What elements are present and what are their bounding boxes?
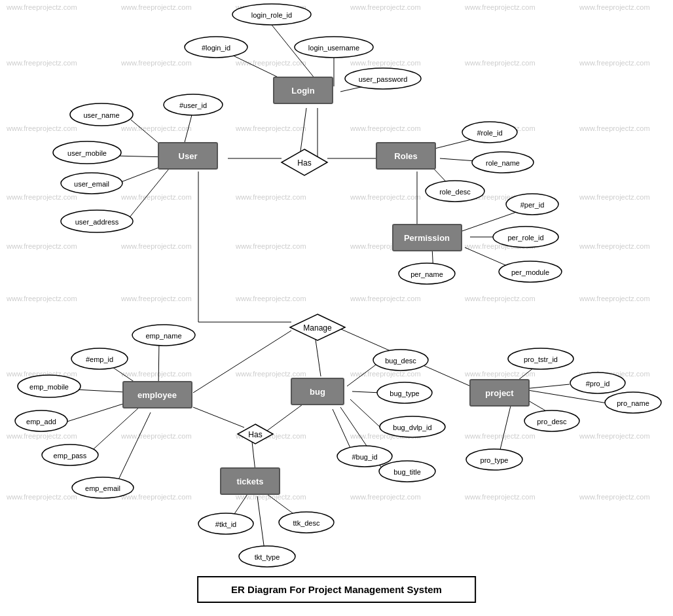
svg-text:tickets: tickets [236, 477, 263, 486]
svg-text:www.freeprojectz.com: www.freeprojectz.com [120, 242, 192, 250]
svg-text:emp_pass: emp_pass [54, 452, 87, 460]
svg-text:#per_id: #per_id [520, 201, 545, 209]
svg-text:www.freeprojectz.com: www.freeprojectz.com [6, 432, 77, 440]
svg-text:www.freeprojectz.com: www.freeprojectz.com [350, 193, 421, 201]
svg-text:www.freeprojectz.com: www.freeprojectz.com [579, 493, 650, 501]
svg-text:www.freeprojectz.com: www.freeprojectz.com [350, 3, 421, 11]
svg-text:www.freeprojectz.com: www.freeprojectz.com [579, 193, 650, 201]
svg-text:www.freeprojectz.com: www.freeprojectz.com [579, 59, 650, 67]
svg-text:bug_type: bug_type [390, 390, 419, 397]
svg-text:user_name: user_name [83, 111, 119, 119]
svg-text:employee: employee [137, 390, 177, 400]
svg-text:www.freeprojectz.com: www.freeprojectz.com [6, 193, 77, 201]
svg-text:#user_id: #user_id [179, 101, 207, 109]
svg-text:www.freeprojectz.com: www.freeprojectz.com [6, 3, 77, 11]
svg-text:www.freeprojectz.com: www.freeprojectz.com [120, 193, 192, 201]
svg-text:pro_desc: pro_desc [537, 418, 567, 426]
svg-text:www.freeprojectz.com: www.freeprojectz.com [6, 124, 77, 132]
svg-text:www.freeprojectz.com: www.freeprojectz.com [579, 3, 650, 11]
svg-text:role_desc: role_desc [439, 188, 471, 196]
svg-text:www.freeprojectz.com: www.freeprojectz.com [6, 59, 77, 67]
svg-text:www.freeprojectz.com: www.freeprojectz.com [120, 59, 192, 67]
svg-text:Roles: Roles [394, 151, 417, 161]
svg-text:www.freeprojectz.com: www.freeprojectz.com [464, 432, 536, 440]
svg-text:www.freeprojectz.com: www.freeprojectz.com [235, 242, 306, 250]
svg-text:#bug_id: #bug_id [352, 453, 377, 461]
svg-text:www.freeprojectz.com: www.freeprojectz.com [464, 59, 536, 67]
svg-text:per_role_id: per_role_id [507, 234, 543, 242]
svg-text:user_password: user_password [359, 75, 408, 83]
svg-text:emp_email: emp_email [85, 484, 120, 492]
svg-text:www.freeprojectz.com: www.freeprojectz.com [120, 124, 192, 132]
svg-text:www.freeprojectz.com: www.freeprojectz.com [235, 193, 306, 201]
diagram-title: ER Diagram For Project Management System [197, 576, 476, 603]
svg-line-77 [193, 331, 291, 393]
svg-text:www.freeprojectz.com: www.freeprojectz.com [464, 3, 536, 11]
svg-line-95 [499, 406, 511, 455]
svg-text:login_role_id: login_role_id [251, 11, 292, 19]
svg-text:user_mobile: user_mobile [67, 149, 107, 157]
svg-text:www.freeprojectz.com: www.freeprojectz.com [350, 493, 421, 501]
svg-text:#role_id: #role_id [477, 129, 502, 137]
svg-text:www.freeprojectz.com: www.freeprojectz.com [464, 370, 536, 378]
svg-text:www.freeprojectz.com: www.freeprojectz.com [6, 295, 77, 302]
svg-line-97 [265, 405, 302, 432]
svg-text:www.freeprojectz.com: www.freeprojectz.com [579, 242, 650, 250]
svg-text:www.freeprojectz.com: www.freeprojectz.com [579, 124, 650, 132]
svg-text:tkt_type: tkt_type [255, 553, 280, 561]
svg-text:www.freeprojectz.com: www.freeprojectz.com [120, 3, 192, 11]
svg-text:pro_name: pro_name [617, 399, 649, 407]
er-diagram: www.freeprojectz.com www.freeprojectz.co… [0, 0, 673, 570]
title-text: ER Diagram For Project Management System [231, 584, 442, 595]
svg-text:Login: Login [291, 86, 314, 96]
svg-text:www.freeprojectz.com: www.freeprojectz.com [120, 432, 192, 440]
svg-text:login_username: login_username [308, 44, 359, 52]
svg-text:www.freeprojectz.com: www.freeprojectz.com [464, 493, 536, 501]
svg-text:#login_id: #login_id [202, 44, 230, 52]
svg-line-98 [252, 442, 255, 471]
svg-text:per_module: per_module [511, 268, 549, 276]
svg-text:User: User [179, 151, 198, 161]
svg-text:bug: bug [310, 387, 325, 397]
svg-text:pro_type: pro_type [481, 456, 509, 464]
svg-text:pro_tstr_id: pro_tstr_id [524, 355, 558, 363]
svg-text:Manage: Manage [303, 323, 332, 333]
svg-line-85 [115, 412, 151, 488]
svg-text:www.freeprojectz.com: www.freeprojectz.com [350, 295, 421, 302]
svg-text:user_email: user_email [74, 180, 109, 188]
svg-text:bug_desc: bug_desc [385, 357, 416, 365]
svg-text:www.freeprojectz.com: www.freeprojectz.com [235, 370, 306, 378]
svg-text:www.freeprojectz.com: www.freeprojectz.com [350, 59, 421, 67]
svg-line-96 [193, 407, 244, 427]
svg-text:project: project [485, 388, 514, 398]
svg-text:www.freeprojectz.com: www.freeprojectz.com [350, 124, 421, 132]
svg-text:www.freeprojectz.com: www.freeprojectz.com [235, 59, 306, 67]
svg-text:www.freeprojectz.com: www.freeprojectz.com [120, 370, 192, 378]
svg-text:www.freeprojectz.com: www.freeprojectz.com [6, 493, 77, 501]
svg-text:bug_dvlp_id: bug_dvlp_id [393, 424, 431, 431]
svg-text:www.freeprojectz.com: www.freeprojectz.com [235, 295, 306, 302]
svg-text:#pro_id: #pro_id [586, 380, 610, 388]
svg-text:role_name: role_name [486, 159, 520, 167]
svg-line-88 [350, 399, 380, 427]
svg-text:www.freeprojectz.com: www.freeprojectz.com [6, 242, 77, 250]
svg-text:emp_mobile: emp_mobile [29, 383, 69, 391]
svg-text:ttk_desc: ttk_desc [293, 519, 320, 527]
svg-text:emp_add: emp_add [26, 418, 56, 426]
svg-text:emp_name: emp_name [145, 332, 181, 340]
svg-text:www.freeprojectz.com: www.freeprojectz.com [120, 295, 192, 302]
svg-text:bug_title: bug_title [393, 468, 421, 476]
svg-text:www.freeprojectz.com: www.freeprojectz.com [235, 124, 306, 132]
svg-line-80 [158, 340, 159, 388]
svg-text:Has: Has [297, 158, 311, 168]
svg-text:Has: Has [248, 430, 262, 439]
svg-text:www.freeprojectz.com: www.freeprojectz.com [120, 493, 192, 501]
svg-text:Permission: Permission [404, 233, 450, 243]
svg-text:#tkt_id: #tkt_id [215, 520, 236, 528]
svg-text:www.freeprojectz.com: www.freeprojectz.com [579, 432, 650, 440]
svg-text:per_name: per_name [410, 270, 443, 278]
svg-line-84 [87, 406, 141, 455]
svg-text:www.freeprojectz.com: www.freeprojectz.com [464, 295, 536, 302]
svg-text:user_address: user_address [75, 218, 119, 226]
svg-text:#emp_id: #emp_id [86, 355, 113, 363]
